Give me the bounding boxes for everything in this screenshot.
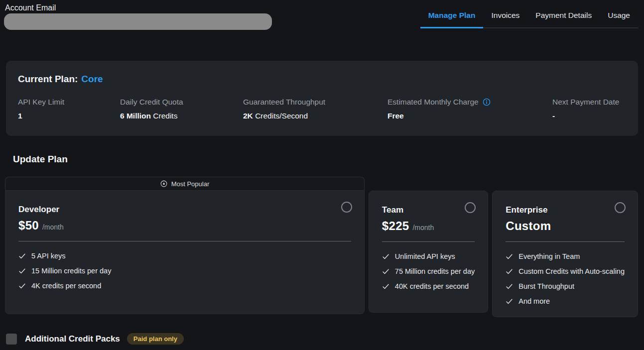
account-email-label: Account Email bbox=[5, 3, 56, 12]
feature-text: 15 Million credits per day bbox=[31, 267, 111, 275]
plans-row: Most Popular Developer $50 /month 5 API … bbox=[5, 177, 638, 317]
stat-label: Estimated Monthly Charge bbox=[387, 98, 552, 107]
plan-period: /month bbox=[412, 224, 434, 232]
check-icon bbox=[18, 252, 26, 260]
stat-label-text: Daily Credit Quota bbox=[120, 98, 183, 107]
stat-value: - bbox=[552, 112, 626, 120]
plan-name: Enterprise bbox=[506, 205, 625, 215]
stat-label: API Key Limit bbox=[18, 98, 120, 107]
account-email-input[interactable] bbox=[4, 13, 272, 30]
plan-radio-enterprise[interactable] bbox=[615, 202, 626, 213]
feature-text: 40K credits per second bbox=[395, 282, 469, 290]
flame-icon bbox=[160, 180, 167, 187]
current-plan-name: Core bbox=[81, 74, 103, 84]
plan-feature: 5 API keys bbox=[18, 252, 351, 260]
stat-value: 6 Million Credits bbox=[120, 112, 243, 120]
plan-price: $50 bbox=[18, 219, 39, 233]
divider bbox=[18, 241, 351, 241]
plan-feature: Unlimited API keys bbox=[382, 252, 475, 260]
stat-guaranteed-throughput: Guaranteed Throughput 2K Credits/Second bbox=[243, 98, 387, 120]
credit-packs-row: Additional Credit Packs Paid plan only bbox=[6, 333, 184, 345]
most-popular-banner: Most Popular bbox=[5, 177, 365, 190]
stat-label-text: Estimated Monthly Charge bbox=[387, 98, 479, 107]
tab-payment-details[interactable]: Payment Details bbox=[527, 8, 600, 27]
plan-radio-developer[interactable] bbox=[341, 202, 352, 213]
check-icon bbox=[506, 253, 513, 260]
divider bbox=[506, 241, 625, 242]
plan-price: Custom bbox=[506, 219, 551, 233]
stat-value-strong: - bbox=[552, 112, 555, 120]
feature-text: Burst Throughput bbox=[518, 282, 574, 290]
stat-value: 1 bbox=[18, 112, 120, 120]
stat-label-text: Next Payment Date bbox=[552, 98, 619, 107]
stat-value-rest: Credits bbox=[151, 112, 177, 120]
check-icon bbox=[506, 283, 513, 290]
feature-text: Everything in Team bbox=[518, 252, 580, 260]
stat-label-text: API Key Limit bbox=[18, 98, 64, 107]
plan-feature: 4K credits per second bbox=[18, 282, 351, 290]
plan-price-row: Custom bbox=[506, 219, 625, 233]
plan-price-row: $50 /month bbox=[18, 219, 351, 233]
plan-name: Team bbox=[382, 205, 475, 215]
stat-label: Guaranteed Throughput bbox=[243, 98, 387, 107]
current-plan-card: Current Plan:Core API Key Limit 1 Daily … bbox=[6, 61, 638, 136]
plan-feature: Custom Credits with Auto-scaling bbox=[506, 267, 625, 275]
stat-value-strong: 6 Million bbox=[120, 112, 151, 120]
check-icon bbox=[506, 268, 513, 275]
feature-text: Unlimited API keys bbox=[395, 252, 455, 260]
check-icon bbox=[382, 268, 389, 275]
check-icon bbox=[382, 283, 389, 290]
feature-text: 4K credits per second bbox=[31, 282, 101, 290]
tab-manage-plan[interactable]: Manage Plan bbox=[420, 8, 484, 28]
feature-text: And more bbox=[518, 297, 550, 305]
plan-price-row: $225 /month bbox=[382, 219, 475, 233]
credit-packs-label: Additional Credit Packs bbox=[25, 334, 120, 344]
update-plan-heading: Update Plan bbox=[13, 154, 68, 165]
feature-text: 5 API keys bbox=[31, 252, 66, 260]
tab-usage[interactable]: Usage bbox=[600, 8, 638, 27]
current-plan-title: Current Plan:Core bbox=[18, 74, 626, 85]
plan-feature: 75 Million credits per day bbox=[382, 267, 475, 275]
plan-feature: 15 Million credits per day bbox=[18, 267, 351, 275]
stat-estimated-monthly-charge: Estimated Monthly Charge Free bbox=[387, 98, 552, 120]
stat-value: 2K Credits/Second bbox=[243, 112, 387, 120]
stat-value: Free bbox=[387, 112, 552, 120]
plan-card-enterprise[interactable]: Enterprise Custom Everything in Team Cus… bbox=[492, 191, 638, 317]
check-icon bbox=[18, 267, 26, 275]
stat-label: Daily Credit Quota bbox=[120, 98, 243, 107]
plan-period: /month bbox=[42, 223, 64, 231]
current-plan-title-prefix: Current Plan: bbox=[18, 74, 78, 84]
stat-value-strong: Free bbox=[387, 112, 404, 120]
plan-card-body[interactable]: Developer $50 /month 5 API keys 15 Milli… bbox=[5, 190, 365, 314]
stat-value-strong: 2K bbox=[243, 112, 253, 120]
feature-text: 75 Million credits per day bbox=[395, 267, 475, 275]
stat-next-payment-date: Next Payment Date - bbox=[552, 98, 626, 120]
check-icon bbox=[506, 298, 513, 305]
check-icon bbox=[18, 282, 26, 290]
credit-packs-checkbox[interactable] bbox=[6, 334, 17, 345]
plan-feature: Burst Throughput bbox=[506, 282, 625, 290]
plan-name: Developer bbox=[18, 205, 351, 215]
paid-plan-only-badge: Paid plan only bbox=[127, 333, 184, 345]
plan-card-team[interactable]: Team $225 /month Unlimited API keys 75 M… bbox=[369, 191, 488, 313]
plan-feature: 40K credits per second bbox=[382, 282, 475, 290]
check-icon bbox=[382, 253, 389, 260]
plan-price: $225 bbox=[382, 219, 409, 233]
stat-value-rest: Credits/Second bbox=[253, 112, 308, 120]
stat-value-strong: 1 bbox=[18, 112, 22, 120]
billing-tabs: Manage Plan Invoices Payment Details Usa… bbox=[420, 8, 638, 28]
current-plan-stats: API Key Limit 1 Daily Credit Quota 6 Mil… bbox=[18, 98, 626, 120]
divider bbox=[382, 241, 475, 242]
stat-daily-credit-quota: Daily Credit Quota 6 Million Credits bbox=[120, 98, 243, 120]
plan-card-developer: Most Popular Developer $50 /month 5 API … bbox=[5, 177, 365, 314]
stat-label: Next Payment Date bbox=[552, 98, 626, 107]
tab-invoices[interactable]: Invoices bbox=[483, 8, 527, 27]
plan-feature: Everything in Team bbox=[506, 252, 625, 260]
feature-text: Custom Credits with Auto-scaling bbox=[518, 267, 625, 275]
info-icon[interactable] bbox=[483, 98, 491, 106]
plan-feature: And more bbox=[506, 297, 625, 305]
most-popular-label: Most Popular bbox=[171, 180, 210, 188]
stat-label-text: Guaranteed Throughput bbox=[243, 98, 325, 107]
stat-api-key-limit: API Key Limit 1 bbox=[18, 98, 120, 120]
